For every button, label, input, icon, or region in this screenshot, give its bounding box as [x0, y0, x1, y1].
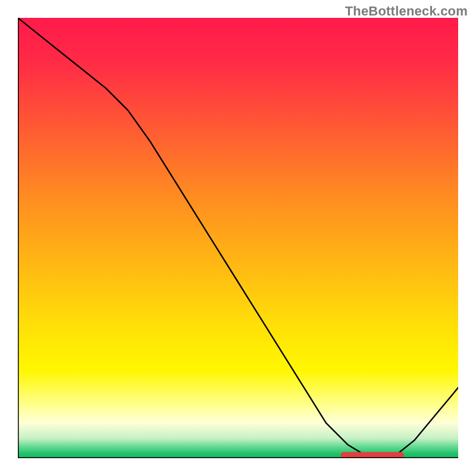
watermark-label: TheBottleneck.com [345, 4, 468, 19]
chart-svg [18, 18, 458, 458]
chart-background [18, 18, 458, 458]
bottleneck-chart [18, 18, 458, 458]
chart-container: TheBottleneck.com [0, 0, 476, 476]
